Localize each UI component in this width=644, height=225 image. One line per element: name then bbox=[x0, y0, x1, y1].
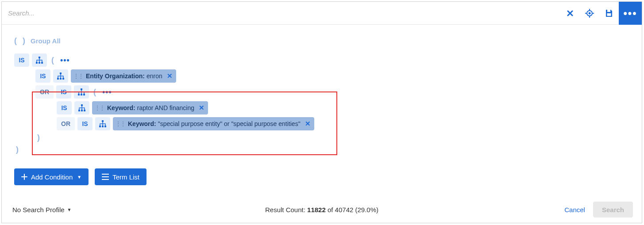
condition-row: IS ( ••• bbox=[14, 53, 629, 67]
tag-value: enron bbox=[147, 72, 162, 80]
svg-rect-5 bbox=[36, 62, 38, 64]
search-button[interactable]: Search bbox=[593, 202, 633, 217]
paren-open: ( bbox=[50, 56, 56, 65]
more-options-icon[interactable]: ••• bbox=[619, 2, 642, 25]
tree-icon[interactable] bbox=[74, 101, 89, 114]
svg-rect-20 bbox=[102, 120, 104, 122]
condition-tag[interactable]: ⋮⋮ Keyword: "special purpose entity" or … bbox=[113, 117, 314, 130]
tag-label: Keyword: bbox=[128, 120, 156, 127]
svg-rect-15 bbox=[83, 94, 85, 95]
condition-row: IS ⋮⋮ Keyword: raptor AND financing ✕ bbox=[14, 101, 629, 114]
svg-rect-17 bbox=[78, 110, 80, 111]
paren-close: ) bbox=[35, 133, 42, 142]
row-menu-icon[interactable]: ••• bbox=[100, 88, 114, 97]
footer-bar: No Search Profile ▼ Result Count: 11822 … bbox=[2, 202, 642, 217]
remove-tag-icon[interactable]: ✕ bbox=[167, 72, 173, 80]
group-all-paren-icon: ( ) bbox=[14, 36, 27, 46]
search-input[interactable] bbox=[2, 2, 560, 24]
result-count: Result Count: 11822 of 40742 (29.0%) bbox=[265, 206, 378, 214]
operator-is[interactable]: IS bbox=[56, 85, 71, 99]
operator-is[interactable]: IS bbox=[14, 53, 29, 67]
chevron-down-icon: ▼ bbox=[77, 175, 81, 179]
plus-icon bbox=[21, 174, 27, 180]
tree-icon[interactable] bbox=[74, 85, 89, 99]
drag-handle-icon[interactable]: ⋮⋮ bbox=[95, 105, 104, 111]
tag-label: Entity Organization: bbox=[86, 72, 145, 80]
svg-rect-19 bbox=[84, 110, 85, 111]
drag-handle-icon[interactable]: ⋮⋮ bbox=[116, 121, 125, 127]
save-icon[interactable] bbox=[599, 2, 619, 25]
result-count-suffix: of 40742 (29.0%) bbox=[326, 206, 378, 214]
add-condition-button[interactable]: Add Condition ▼ bbox=[14, 168, 89, 185]
svg-rect-11 bbox=[62, 78, 64, 80]
result-count-prefix: Result Count: bbox=[265, 206, 307, 214]
search-builder-panel: ••• ( ) Group All IS ( ••• IS ⋮⋮ Entity … bbox=[1, 1, 642, 223]
svg-rect-22 bbox=[102, 126, 104, 127]
paren-close-row: ) bbox=[14, 145, 629, 154]
add-condition-label: Add Condition bbox=[31, 173, 73, 181]
svg-rect-6 bbox=[39, 62, 40, 64]
operator-is[interactable]: IS bbox=[57, 101, 72, 114]
term-list-label: Term List bbox=[112, 173, 139, 181]
svg-rect-4 bbox=[39, 57, 40, 58]
svg-point-1 bbox=[589, 12, 591, 14]
tree-icon[interactable] bbox=[32, 53, 47, 67]
operator-is[interactable]: IS bbox=[35, 69, 50, 83]
svg-rect-13 bbox=[78, 94, 80, 95]
remove-tag-icon[interactable]: ✕ bbox=[305, 120, 311, 128]
paren-open: ( bbox=[92, 88, 98, 97]
actions-row: Add Condition ▼ Term List bbox=[2, 165, 642, 185]
tree-icon[interactable] bbox=[95, 117, 110, 130]
condition-row: IS ⋮⋮ Entity Organization: enron ✕ bbox=[14, 69, 629, 83]
remove-tag-icon[interactable]: ✕ bbox=[199, 104, 204, 112]
target-icon[interactable] bbox=[580, 2, 599, 25]
drag-handle-icon[interactable]: ⋮⋮ bbox=[73, 73, 83, 79]
topbar-icons: ••• bbox=[560, 2, 642, 24]
operator-or[interactable]: OR bbox=[57, 117, 75, 130]
group-all-label: Group All bbox=[31, 37, 61, 45]
profile-label: No Search Profile bbox=[12, 206, 65, 214]
tag-value: "special purpose entity" or "special pur… bbox=[158, 120, 301, 127]
chevron-down-icon: ▼ bbox=[67, 207, 72, 212]
svg-rect-7 bbox=[41, 62, 43, 64]
condition-tag[interactable]: ⋮⋮ Keyword: raptor AND financing ✕ bbox=[92, 101, 208, 114]
group-all-toggle[interactable]: ( ) Group All bbox=[14, 36, 629, 46]
svg-rect-3 bbox=[607, 13, 611, 16]
tree-icon[interactable] bbox=[53, 69, 68, 83]
row-menu-icon[interactable]: ••• bbox=[58, 56, 72, 65]
paren-close-row: ) bbox=[14, 133, 629, 142]
svg-rect-18 bbox=[81, 110, 83, 111]
tag-label: Keyword: bbox=[107, 104, 135, 111]
search-topbar: ••• bbox=[2, 2, 642, 25]
svg-rect-9 bbox=[57, 78, 59, 80]
clear-search-icon[interactable] bbox=[560, 2, 580, 25]
search-profile-select[interactable]: No Search Profile ▼ bbox=[12, 206, 71, 214]
list-icon bbox=[102, 174, 109, 180]
condition-row: OR IS ( ••• bbox=[14, 85, 629, 99]
svg-rect-12 bbox=[81, 88, 82, 90]
condition-tag[interactable]: ⋮⋮ Entity Organization: enron ✕ bbox=[71, 69, 176, 83]
result-count-hits: 11822 bbox=[307, 206, 326, 214]
svg-rect-10 bbox=[60, 78, 62, 80]
query-builder: ( ) Group All IS ( ••• IS ⋮⋮ Entity Orga… bbox=[2, 25, 642, 160]
svg-rect-21 bbox=[99, 126, 101, 127]
term-list-button[interactable]: Term List bbox=[95, 168, 147, 185]
footer-right: Cancel Search bbox=[564, 202, 633, 217]
operator-is[interactable]: IS bbox=[77, 117, 93, 130]
svg-rect-23 bbox=[104, 126, 106, 127]
svg-rect-8 bbox=[60, 72, 62, 74]
condition-row: OR IS ⋮⋮ Keyword: "special purpose entit… bbox=[14, 117, 629, 130]
operator-or[interactable]: OR bbox=[35, 85, 54, 99]
svg-rect-2 bbox=[607, 10, 610, 12]
paren-close: ) bbox=[14, 145, 20, 154]
cancel-link[interactable]: Cancel bbox=[564, 206, 585, 214]
svg-rect-14 bbox=[81, 94, 82, 95]
tag-value: raptor AND financing bbox=[137, 104, 194, 111]
svg-rect-16 bbox=[81, 104, 83, 106]
